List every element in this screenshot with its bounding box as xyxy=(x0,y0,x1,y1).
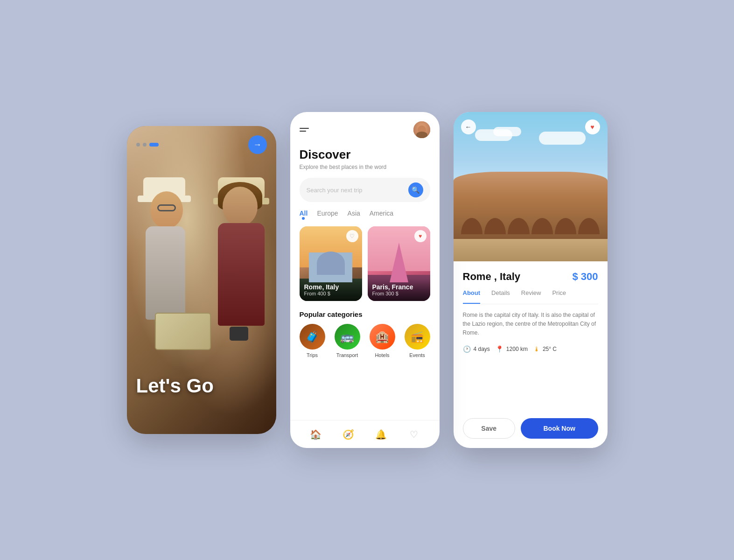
transport-icon: 🚌 xyxy=(340,330,354,343)
info-stats: 🕐 4 days 📍 1200 km 🌡 25° C xyxy=(463,345,598,353)
detail-tab-review[interactable]: Review xyxy=(521,289,541,299)
days-value: 4 days xyxy=(474,346,490,352)
category-hotels[interactable]: 🏨 Hotels xyxy=(370,324,395,358)
events-icon: 📻 xyxy=(410,330,424,343)
screen2-discover: Discover Explore the best places in the … xyxy=(290,112,440,448)
detail-heart-icon: ♥ xyxy=(590,123,594,131)
detail-tab-details[interactable]: Details xyxy=(491,289,510,299)
body-left xyxy=(146,226,185,320)
avatar-face xyxy=(413,121,430,138)
temp-icon: 🌡 xyxy=(533,345,540,353)
temp-value: 25° C xyxy=(543,346,557,352)
paris-price: From 300 $ xyxy=(372,291,426,296)
next-arrow-button[interactable]: → xyxy=(248,135,267,154)
hamburger-menu[interactable] xyxy=(300,128,309,132)
arch-5 xyxy=(555,218,576,234)
screen2-content: Discover Explore the best places in the … xyxy=(290,112,440,420)
tab-all[interactable]: All xyxy=(300,210,308,219)
nav-compass-button[interactable]: 🧭 xyxy=(342,427,356,441)
card-paris[interactable]: ♥ Paris, France From 300 $ xyxy=(368,226,430,301)
body-right xyxy=(218,223,265,326)
arch-2 xyxy=(484,218,506,234)
search-placeholder: Search your next trip xyxy=(307,187,404,194)
tab-europe[interactable]: Europe xyxy=(317,210,338,219)
head-left xyxy=(150,191,183,229)
nav-home-button[interactable]: 🏠 xyxy=(309,427,323,441)
user-avatar[interactable] xyxy=(413,121,430,138)
nav-bell-button[interactable]: 🔔 xyxy=(374,427,388,441)
rome-dome xyxy=(317,252,345,275)
arch-4 xyxy=(531,218,553,234)
search-icon: 🔍 xyxy=(412,186,419,194)
screen1-lets-go: → Let's Go xyxy=(127,126,276,434)
colosseum-scene xyxy=(454,112,608,261)
head-right xyxy=(223,187,258,226)
paris-like-button[interactable]: ♥ xyxy=(414,230,426,242)
card-rome[interactable]: ♡ Rome, Italy From 400 $ xyxy=(300,226,362,301)
hotels-icon: 🏨 xyxy=(375,330,389,343)
detail-heart-button[interactable]: ♥ xyxy=(585,119,600,134)
tab-asia[interactable]: Asia xyxy=(348,210,360,219)
screen1-photo: → Let's Go xyxy=(127,126,276,434)
hotels-icon-circle: 🏨 xyxy=(370,324,395,350)
screens-container: → Let's Go Discover Explore the best pla… xyxy=(127,112,608,448)
hamburger-line-1 xyxy=(300,128,309,129)
nav-heart-button[interactable]: ♡ xyxy=(407,427,421,441)
category-transport[interactable]: 🚌 Transport xyxy=(335,324,360,358)
events-label: Events xyxy=(409,352,425,358)
distance-value: 1200 km xyxy=(506,346,528,352)
book-now-button[interactable]: Book Now xyxy=(521,418,598,439)
pin-icon: 📍 xyxy=(496,345,503,353)
detail-tab-price[interactable]: Price xyxy=(552,289,566,299)
rome-like-button[interactable]: ♡ xyxy=(346,230,358,242)
dot-active xyxy=(149,143,159,147)
destination-cards: ♡ Rome, Italy From 400 $ xyxy=(300,226,430,301)
stat-days: 🕐 4 days xyxy=(463,345,490,353)
dot-1 xyxy=(136,143,140,147)
discover-title: Discover xyxy=(300,147,430,162)
category-tabs: All Europe Asia America xyxy=(300,210,430,219)
detail-tab-about[interactable]: About xyxy=(463,289,481,299)
progress-dots xyxy=(136,143,159,147)
action-buttons: Save Book Now xyxy=(463,418,598,439)
categories-row: 🧳 Trips 🚌 Transport 🏨 Hotels xyxy=(300,324,430,358)
colosseum-arches-top xyxy=(461,218,600,234)
city-name: Rome , Italy xyxy=(463,271,520,283)
search-button[interactable]: 🔍 xyxy=(408,182,423,197)
tab-america[interactable]: America xyxy=(370,210,393,219)
screen1-top-bar: → xyxy=(127,135,276,154)
arch-6 xyxy=(578,218,600,234)
stat-temperature: 🌡 25° C xyxy=(533,345,557,353)
search-bar[interactable]: Search your next trip 🔍 xyxy=(300,178,430,202)
heart-icon: ♡ xyxy=(350,233,355,239)
rome-name: Rome, Italy xyxy=(304,283,357,291)
rome-price: From 400 $ xyxy=(304,291,357,296)
category-events[interactable]: 📻 Events xyxy=(405,324,430,358)
detail-tabs: About Details Review Price xyxy=(463,289,598,304)
stat-distance: 📍 1200 km xyxy=(496,345,528,353)
paris-name: Paris, France xyxy=(372,283,426,291)
screen1-title: Let's Go xyxy=(136,375,214,397)
city-price: $ 300 xyxy=(572,271,598,283)
city-description: Rome is the capital city of Italy. It is… xyxy=(463,311,598,338)
transport-icon-circle: 🚌 xyxy=(335,324,360,350)
back-icon: ← xyxy=(465,123,472,131)
back-button[interactable]: ← xyxy=(461,119,476,134)
glasses xyxy=(157,204,176,211)
colosseum-image: ← ♥ xyxy=(454,112,608,261)
hamburger-line-2 xyxy=(300,131,306,132)
category-trips[interactable]: 🧳 Trips xyxy=(300,324,325,358)
discover-subtitle: Explore the best places in the word xyxy=(300,164,430,170)
events-icon-circle: 📻 xyxy=(405,324,430,350)
transport-label: Transport xyxy=(336,352,358,358)
trips-icon-circle: 🧳 xyxy=(300,324,325,350)
trips-label: Trips xyxy=(307,352,318,358)
screen3-detail: ← ♥ Rome , Italy $ 300 About Details Rev… xyxy=(454,112,608,448)
heart-icon-red: ♥ xyxy=(419,233,422,239)
info-title-row: Rome , Italy $ 300 xyxy=(463,271,598,283)
save-button[interactable]: Save xyxy=(463,418,515,439)
screen2-header xyxy=(300,121,430,138)
dot-2 xyxy=(143,143,147,147)
clock-icon: 🕐 xyxy=(463,345,471,353)
screen3-info: Rome , Italy $ 300 About Details Review … xyxy=(454,261,608,448)
